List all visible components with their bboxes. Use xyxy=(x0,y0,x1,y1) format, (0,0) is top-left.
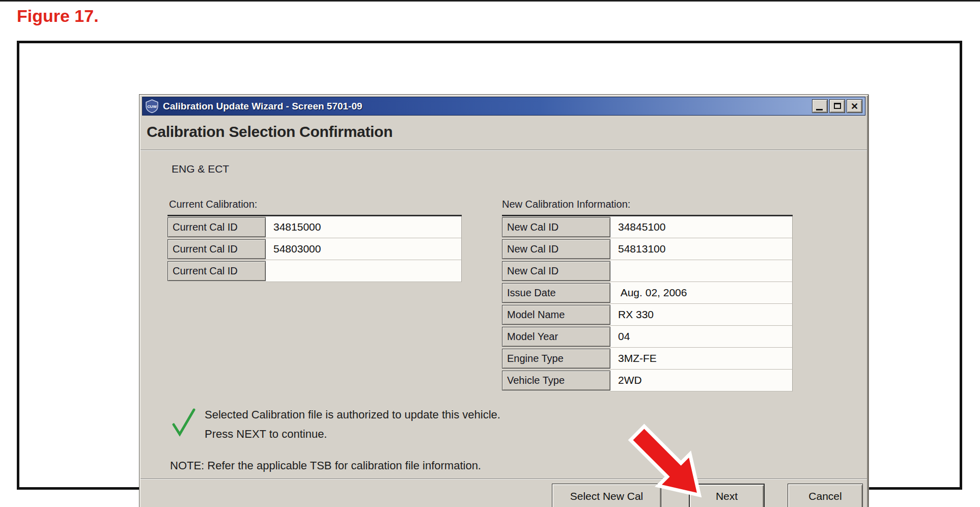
calibration-update-wizard-window: CUW Calibration Update Wizard - Screen 5… xyxy=(139,94,869,507)
row-label: Issue Date xyxy=(502,283,610,303)
row-value: 34845100 xyxy=(610,216,793,238)
table-row: New Cal ID 54813100 xyxy=(502,238,793,260)
row-value: 34815000 xyxy=(266,216,462,238)
current-calibration-caption: Current Calibration: xyxy=(169,199,257,210)
row-value: 04 xyxy=(610,326,793,348)
maximize-icon xyxy=(834,103,841,109)
table-row: New Cal ID 34845100 xyxy=(502,216,793,238)
row-value: 3MZ-FE xyxy=(610,348,793,370)
table-row: Current Cal ID 54803000 xyxy=(167,238,462,260)
footer-separator xyxy=(141,478,867,479)
figure-caption: Figure 17. xyxy=(17,6,99,26)
window-titlebar: CUW Calibration Update Wizard - Screen 5… xyxy=(142,97,865,116)
row-label: Current Cal ID xyxy=(167,239,266,259)
next-button[interactable]: Next xyxy=(689,484,765,507)
status-message-line2: Press NEXT to continue. xyxy=(205,428,327,441)
new-calibration-caption: New Calibration Information: xyxy=(502,199,630,210)
minimize-button[interactable] xyxy=(812,99,828,113)
row-value: 2WD xyxy=(610,370,793,391)
row-value: Aug. 02, 2006 xyxy=(610,282,793,304)
table-row: Model Name RX 330 xyxy=(502,304,793,326)
note-text: NOTE: Refer the applicable TSB for calib… xyxy=(170,459,481,472)
window-title: Calibration Update Wizard - Screen 5701-… xyxy=(163,101,362,112)
svg-text:CUW: CUW xyxy=(147,104,157,109)
row-value xyxy=(610,260,793,282)
maximize-button[interactable] xyxy=(829,99,845,113)
row-label: New Cal ID xyxy=(502,239,610,259)
page-title: Calibration Selection Confirmation xyxy=(147,123,393,140)
table-row: Engine Type 3MZ-FE xyxy=(502,348,793,370)
table-row: Issue Date Aug. 02, 2006 xyxy=(502,282,793,304)
row-value: 54803000 xyxy=(266,238,462,260)
new-calibration-table: New Cal ID 34845100 New Cal ID 54813100 … xyxy=(502,215,793,391)
cancel-button[interactable]: Cancel xyxy=(788,484,863,507)
heading-separator xyxy=(141,150,867,150)
row-value: RX 330 xyxy=(610,304,793,326)
row-label: Current Cal ID xyxy=(167,217,266,237)
table-row: Current Cal ID xyxy=(167,260,462,282)
select-new-cal-button[interactable]: Select New Cal xyxy=(552,484,661,507)
status-message-line1: Selected Calibration file is authorized … xyxy=(205,408,500,421)
cuw-shield-icon: CUW xyxy=(145,99,159,113)
system-label: ENG & ECT xyxy=(172,163,229,175)
minimize-icon xyxy=(816,109,823,110)
document-page: Figure 17. CUW Calibration Update Wizard… xyxy=(0,0,980,507)
table-row: Vehicle Type 2WD xyxy=(502,370,793,391)
table-row: New Cal ID xyxy=(502,260,793,282)
row-label: Current Cal ID xyxy=(167,261,266,281)
row-value: 54813100 xyxy=(610,238,793,260)
current-calibration-table: Current Cal ID 34815000 Current Cal ID 5… xyxy=(167,215,462,282)
green-checkmark-icon xyxy=(170,406,198,439)
row-label: New Cal ID xyxy=(502,261,610,281)
close-button[interactable]: ✕ xyxy=(847,99,862,113)
row-value xyxy=(266,260,462,282)
row-label: Model Year xyxy=(502,327,610,347)
table-row: Current Cal ID 34815000 xyxy=(167,216,462,238)
figure-frame: CUW Calibration Update Wizard - Screen 5… xyxy=(17,41,962,490)
page-top-rule xyxy=(0,0,980,2)
row-label: Vehicle Type xyxy=(502,371,610,390)
row-label: Engine Type xyxy=(502,349,610,369)
table-row: Model Year 04 xyxy=(502,326,793,348)
row-label: Model Name xyxy=(502,305,610,325)
window-controls: ✕ xyxy=(812,99,862,113)
close-icon: ✕ xyxy=(847,100,862,112)
row-label: New Cal ID xyxy=(502,217,610,237)
